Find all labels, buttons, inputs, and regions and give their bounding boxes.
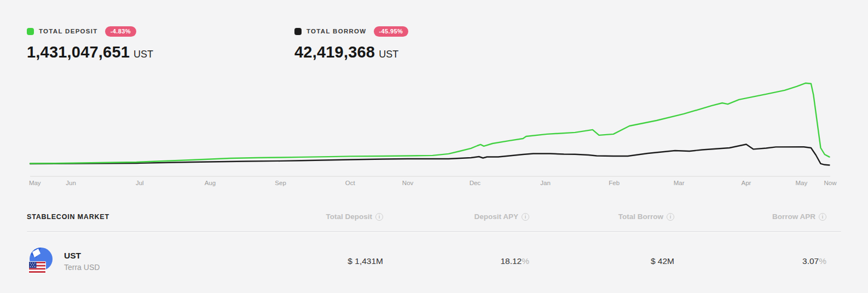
borrow-denom: UST bbox=[379, 49, 398, 60]
x-tick-label: May bbox=[29, 180, 41, 186]
x-tick-label: Jul bbox=[136, 180, 144, 186]
deposit-legend-label: TOTAL DEPOSIT bbox=[39, 28, 98, 35]
deposit-denom: UST bbox=[134, 49, 153, 60]
currency-sign: $ bbox=[348, 256, 355, 266]
legend-total-borrow: TOTAL BORROW -45.95% 42,419,368UST bbox=[294, 25, 562, 61]
deposit-amount: 1,431,047,651 bbox=[27, 43, 130, 61]
token-name: Terra USD bbox=[64, 263, 100, 272]
market-row-ust[interactable]: UST Terra USD $ 1,431M 18.12% $ 42M 3.07… bbox=[27, 246, 841, 276]
column-header-total-deposit: Total Deposit bbox=[326, 212, 398, 221]
table-header-row: STABLECOIN MARKET Total Deposit Deposit … bbox=[27, 212, 841, 221]
x-tick-label: Jan bbox=[540, 180, 551, 186]
token-cell: UST Terra USD bbox=[27, 246, 252, 276]
chart-canvas[interactable]: MayJunJulAugSepOctNovDecJanFebMarAprMayN… bbox=[0, 77, 868, 192]
info-icon[interactable] bbox=[819, 213, 826, 221]
x-tick-label: Nov bbox=[402, 180, 414, 186]
deposit-swatch-icon bbox=[27, 28, 34, 35]
x-tick-label: Jun bbox=[66, 180, 76, 186]
column-label: Deposit APY bbox=[474, 212, 518, 221]
cell-total-borrow: $ 42M bbox=[651, 256, 689, 266]
column-header-borrow-apr: Borrow APR bbox=[772, 212, 841, 221]
x-tick-label: Apr bbox=[742, 180, 751, 186]
x-tick-label: Dec bbox=[470, 180, 481, 186]
apr-value: 3.07 bbox=[802, 256, 819, 266]
info-icon[interactable] bbox=[667, 213, 674, 221]
borrow-amount: 42,419,368 bbox=[294, 43, 375, 61]
x-tick-label: Aug bbox=[205, 180, 216, 186]
legend-total-deposit: TOTAL DEPOSIT -4.83% 1,431,047,651UST bbox=[27, 25, 294, 61]
info-icon[interactable] bbox=[522, 213, 529, 221]
info-icon[interactable] bbox=[375, 213, 383, 221]
x-tick-label: Oct bbox=[345, 180, 356, 186]
column-header-deposit-apy: Deposit APY bbox=[474, 212, 544, 221]
cell-borrow-apr: 3.07% bbox=[802, 256, 841, 266]
currency-sign: $ bbox=[651, 256, 658, 266]
borrow-swatch-icon bbox=[294, 28, 302, 35]
x-tick-label: Feb bbox=[609, 180, 620, 186]
borrow-total-value: 42,419,368UST bbox=[294, 43, 562, 61]
deposit-change-badge: -4.83% bbox=[105, 26, 136, 37]
apy-value: 18.12 bbox=[500, 256, 522, 266]
series-line-total-deposit bbox=[30, 83, 830, 164]
percent-sign: % bbox=[522, 256, 529, 266]
stablecoin-market-table: STABLECOIN MARKET Total Deposit Deposit … bbox=[0, 192, 868, 276]
x-tick-label: Sep bbox=[275, 180, 286, 186]
cell-deposit-apy: 18.12% bbox=[500, 256, 544, 266]
cell-total-deposit: $ 1,431M bbox=[348, 256, 398, 266]
table-divider bbox=[27, 231, 841, 232]
percent-sign: % bbox=[819, 256, 826, 266]
column-label: Total Borrow bbox=[618, 212, 663, 221]
token-symbol: UST bbox=[64, 251, 100, 261]
deposit-borrow-chart[interactable]: MayJunJulAugSepOctNovDecJanFebMarAprMayN… bbox=[0, 77, 868, 192]
borrow-legend-label: TOTAL BORROW bbox=[306, 28, 367, 35]
column-label: Borrow APR bbox=[772, 212, 815, 221]
x-tick-label: Mar bbox=[674, 180, 685, 186]
deposit-total-value: 1,431,047,651UST bbox=[27, 43, 294, 61]
column-label: Total Deposit bbox=[326, 212, 372, 221]
x-tick-label: May bbox=[796, 180, 808, 186]
section-title: STABLECOIN MARKET bbox=[27, 213, 252, 221]
borrow-change-badge: -45.95% bbox=[374, 26, 409, 37]
ust-token-icon bbox=[27, 246, 54, 276]
anchor-market-dashboard: TOTAL DEPOSIT -4.83% 1,431,047,651UST TO… bbox=[0, 0, 868, 293]
deposit-value: 1,431M bbox=[355, 256, 383, 266]
x-tick-label: Now bbox=[824, 180, 837, 186]
borrow-value: 42M bbox=[658, 256, 674, 266]
chart-legends: TOTAL DEPOSIT -4.83% 1,431,047,651UST TO… bbox=[0, 0, 868, 61]
column-header-total-borrow: Total Borrow bbox=[618, 212, 689, 221]
